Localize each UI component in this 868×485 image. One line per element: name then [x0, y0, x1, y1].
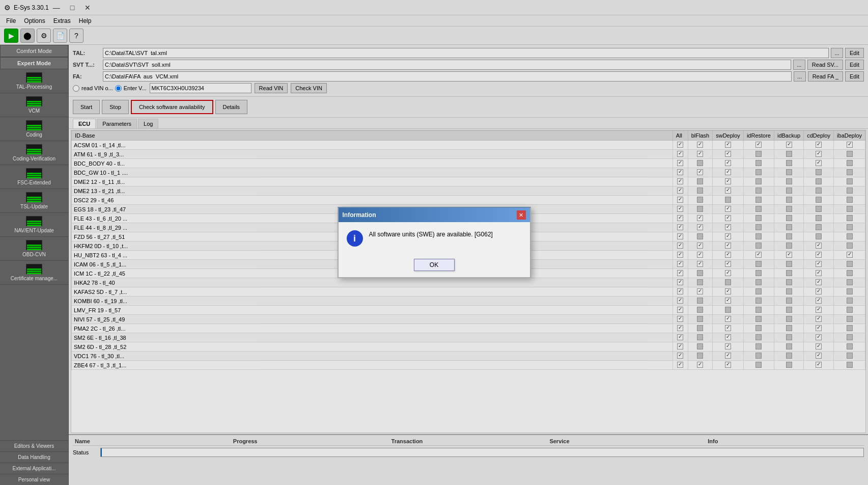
dialog-title: Information — [343, 211, 376, 219]
dialog-title-bar: Information ✕ — [339, 208, 530, 222]
dialog-body: i All software units (SWE) are available… — [339, 222, 530, 255]
dialog-info-icon: i — [347, 230, 363, 247]
dialog-ok-button[interactable]: OK — [414, 259, 455, 271]
dialog-close-button[interactable]: ✕ — [517, 210, 526, 220]
dialog-footer: OK — [339, 255, 530, 277]
dialog-overlay[interactable]: Information ✕ i All software units (SWE)… — [0, 0, 868, 485]
dialog-message: All software units (SWE) are available. … — [369, 230, 493, 239]
information-dialog: Information ✕ i All software units (SWE)… — [338, 207, 531, 278]
